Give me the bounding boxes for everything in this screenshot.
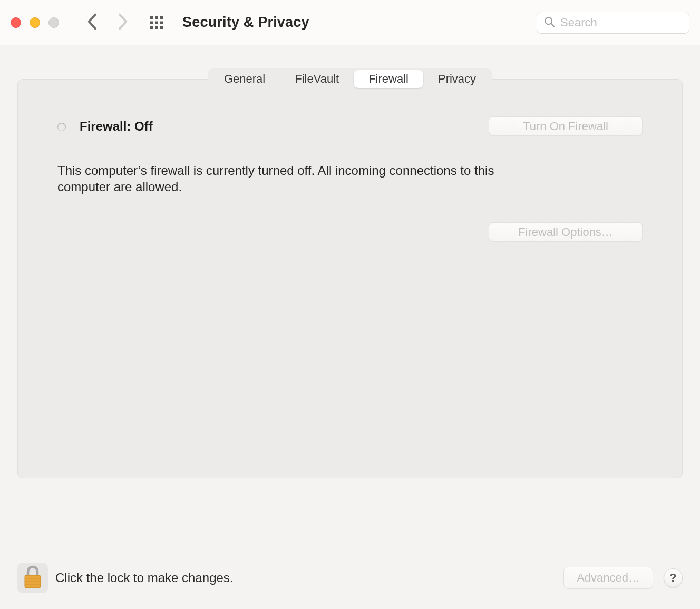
tab-privacy[interactable]: Privacy <box>423 70 491 88</box>
svg-rect-1 <box>155 16 158 19</box>
svg-rect-6 <box>150 26 153 29</box>
lock-button[interactable] <box>17 563 48 593</box>
tab-general[interactable]: General <box>209 70 280 88</box>
nav-back-button[interactable] <box>85 13 100 32</box>
chevron-left-icon <box>85 24 100 32</box>
firewall-options-button: Firewall Options… <box>489 222 643 242</box>
lock-hint-label: Click the lock to make changes. <box>55 571 234 585</box>
nav-forward-button <box>115 13 130 32</box>
lock-icon <box>22 565 43 591</box>
tab-firewall[interactable]: Firewall <box>354 70 423 88</box>
chevron-right-icon <box>115 24 130 32</box>
firewall-panel: Firewall: Off Turn On Firewall This comp… <box>17 79 683 478</box>
window-controls <box>11 17 59 28</box>
help-button[interactable]: ? <box>664 568 683 587</box>
window-minimize-button[interactable] <box>30 17 40 28</box>
svg-rect-3 <box>150 21 153 24</box>
firewall-description: This computer’s firewall is currently tu… <box>57 162 521 195</box>
svg-rect-2 <box>160 16 163 19</box>
grid-icon <box>150 16 163 30</box>
turn-on-firewall-button: Turn On Firewall <box>489 116 643 136</box>
window-close-button[interactable] <box>11 17 21 28</box>
firewall-status-label: Firewall: Off <box>80 119 153 134</box>
svg-rect-0 <box>150 16 153 19</box>
search-input[interactable] <box>560 16 683 30</box>
tab-filevault[interactable]: FileVault <box>280 70 354 88</box>
toolbar: Security & Privacy <box>0 0 700 45</box>
svg-rect-8 <box>160 26 163 29</box>
search-icon <box>543 16 560 29</box>
search-field[interactable] <box>537 12 689 34</box>
window-zoom-button[interactable] <box>48 17 59 28</box>
svg-line-10 <box>551 24 555 26</box>
svg-rect-4 <box>155 21 158 24</box>
nav-arrows <box>85 13 130 32</box>
show-all-button[interactable] <box>150 16 163 30</box>
svg-rect-5 <box>160 21 163 24</box>
svg-rect-7 <box>155 26 158 29</box>
firewall-status-row: Firewall: Off Turn On Firewall <box>57 116 643 136</box>
footer: Click the lock to make changes. Advanced… <box>17 563 683 593</box>
advanced-button: Advanced… <box>563 567 653 589</box>
page-title: Security & Privacy <box>182 14 309 31</box>
status-indicator-icon <box>57 123 66 131</box>
